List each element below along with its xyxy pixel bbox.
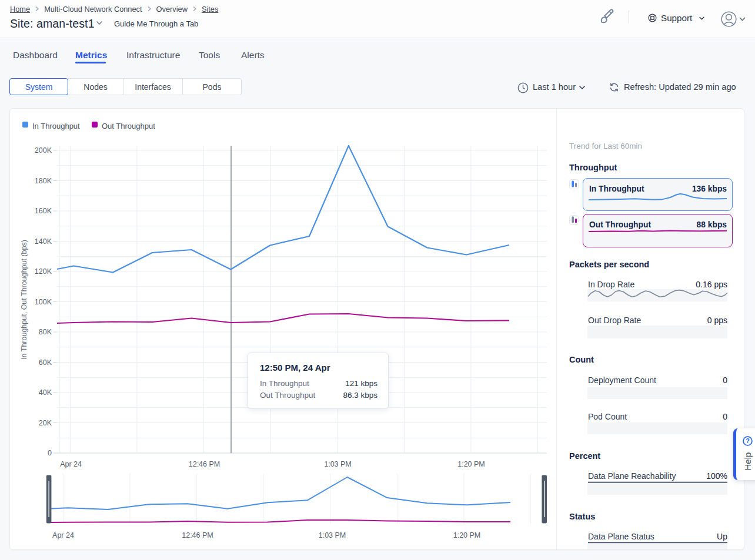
svg-text:?: ? (746, 437, 750, 444)
